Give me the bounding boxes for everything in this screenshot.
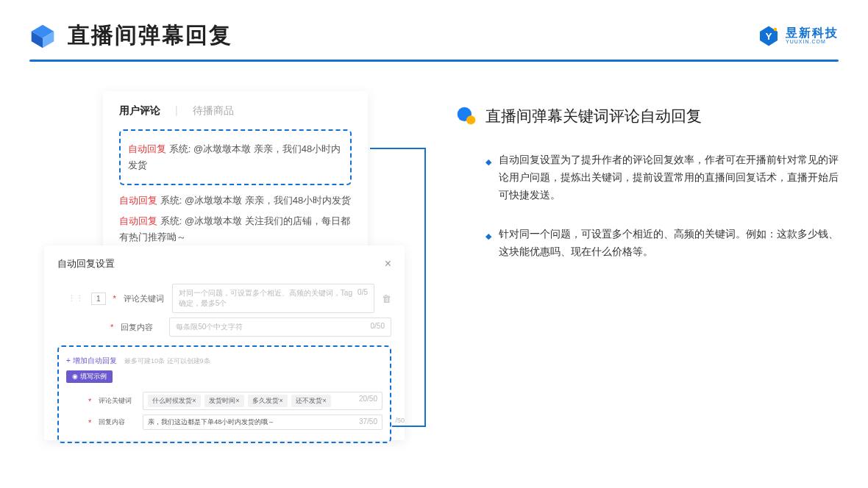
example-keyword-row: * 评论关键词 什么时候发货× 发货时间× 多久发货× 还不发货× 20/50 [66, 392, 383, 410]
tag-chip[interactable]: 什么时候发货× [148, 395, 200, 407]
cube-logo-icon [29, 23, 56, 49]
bullet-point: ◆ 自动回复设置为了提升作者的评论回复效率，作者可在开播前针对常见的评论用户问题… [456, 151, 839, 204]
brand-url: YUUXIN.COM [786, 39, 839, 44]
bullet-text: 针对同一个问题，可设置多个相近的、高频的关键词。例如：这款多少钱、这块能优惠吗、… [499, 226, 839, 261]
header-left: 直播间弹幕回复 [29, 21, 232, 51]
tab-separator: | [175, 104, 178, 118]
ex-content-text: 亲，我们这边都是下单48小时内发货的哦～ [148, 417, 274, 427]
keyword-input[interactable]: 对同一个问题，可设置多个相近、高频的关键词，Tag确定，最多5个 0/5 [172, 284, 374, 313]
tag-chip[interactable]: 还不发货× [291, 395, 330, 407]
char-count: 37/50 [359, 417, 377, 427]
page-header: 直播间弹幕回复 Y 昱新科技 YUUXIN.COM [0, 0, 868, 60]
page-title: 直播间弹幕回复 [68, 21, 232, 51]
sys-prefix: 系统: [160, 195, 182, 206]
main-content: 用户评论 | 待播商品 自动回复 系统: @冰墩墩本墩 亲亲，我们48小时内发货… [0, 62, 868, 283]
comment-item: 自动回复 系统: @冰墩墩本墩 亲亲，我们48小时内发货 [119, 193, 352, 209]
brand-icon: Y [758, 25, 780, 47]
tab-user-comments[interactable]: 用户评论 [119, 104, 160, 118]
side-count: /50 [395, 417, 405, 424]
required-star: * [88, 418, 91, 427]
example-content-row: * 回复内容 亲，我们这边都是下单48小时内发货的哦～ 37/50 [66, 415, 383, 430]
screenshot-column: 用户评论 | 待播商品 自动回复 系统: @冰墩墩本墩 亲亲，我们48小时内发货… [44, 91, 412, 283]
auto-reply-tag: 自动回复 [119, 195, 157, 206]
comment-item: 自动回复 系统: @冰墩墩本墩 关注我们的店铺，每日都有热门推荐呦～ [119, 213, 352, 245]
auto-reply-tag: 自动回复 [128, 143, 166, 154]
char-count: 20/50 [359, 395, 377, 407]
ex-keyword-label: 评论关键词 [99, 396, 135, 406]
setting-row-keyword: ⋮⋮ 1 * 评论关键词 对同一个问题，可设置多个相近、高频的关键词，Tag确定… [57, 284, 391, 313]
char-count: 0/50 [371, 322, 385, 332]
diamond-icon: ◆ [485, 151, 491, 204]
content-label: 回复内容 [121, 322, 162, 333]
required-star: * [113, 294, 116, 303]
svg-point-4 [774, 27, 778, 31]
connector-line [370, 148, 426, 149]
ex-content-input[interactable]: 亲，我们这边都是下单48小时内发货的哦～ 37/50 [143, 415, 383, 430]
add-auto-reply-link[interactable]: + 增加自动回复 [66, 356, 117, 365]
chat-bubble-icon [456, 106, 477, 126]
connector-line [392, 426, 426, 427]
tag-list: 什么时候发货× 发货时间× 多久发货× 还不发货× [148, 395, 332, 407]
diamond-icon: ◆ [485, 226, 491, 261]
ex-content-label: 回复内容 [99, 417, 135, 427]
connector-line [424, 148, 426, 427]
section-title: 直播间弹幕关键词评论自动回复 [485, 106, 702, 126]
description-column: 直播间弹幕关键词评论自动回复 ◆ 自动回复设置为了提升作者的评论回复效率，作者可… [456, 91, 839, 283]
auto-reply-settings-card: 自动回复设置 × ⋮⋮ 1 * 评论关键词 对同一个问题，可设置多个相近、高频的… [44, 245, 405, 440]
example-highlight-box: + 增加自动回复 最多可建10条 还可以创建9条 ◉ 填写示例 * 评论关键词 … [57, 345, 391, 443]
brand-name: 昱新科技 [786, 27, 839, 39]
comment-item: 自动回复 系统: @冰墩墩本墩 亲亲，我们48小时内发货 [128, 141, 343, 173]
brand-logo: Y 昱新科技 YUUXIN.COM [758, 25, 839, 47]
keyword-label: 评论关键词 [124, 293, 165, 304]
highlighted-auto-reply: 自动回复 系统: @冰墩墩本墩 亲亲，我们48小时内发货 [119, 129, 352, 185]
sys-prefix: 系统: [169, 143, 191, 154]
drag-handle-icon[interactable]: ⋮⋮ [68, 294, 84, 304]
ex-keyword-input[interactable]: 什么时候发货× 发货时间× 多久发货× 还不发货× 20/50 [143, 392, 383, 410]
comment-text: @冰墩墩本墩 亲亲，我们48小时内发货 [185, 195, 351, 206]
row-number: 1 [91, 293, 106, 305]
settings-title: 自动回复设置 [57, 257, 115, 270]
required-star: * [110, 323, 113, 331]
delete-icon[interactable]: 🗑 [382, 293, 391, 304]
setting-row-content: * 回复内容 每条限50个中文字符 0/50 [57, 317, 391, 337]
placeholder-text: 每条限50个中文字符 [176, 322, 243, 332]
comments-card: 用户评论 | 待播商品 自动回复 系统: @冰墩墩本墩 亲亲，我们48小时内发货… [103, 91, 368, 265]
placeholder-text: 对同一个问题，可设置多个相近、高频的关键词，Tag确定，最多5个 [179, 288, 357, 309]
bullet-text: 自动回复设置为了提升作者的评论回复效率，作者可在开播前针对常见的评论用户问题，提… [499, 151, 839, 204]
add-hint: 最多可建10条 还可以创建9条 [124, 357, 210, 365]
char-count: 0/5 [357, 288, 368, 309]
close-icon[interactable]: × [385, 257, 391, 270]
add-reply-row: + 增加自动回复 最多可建10条 还可以创建9条 [66, 353, 383, 366]
bullet-point: ◆ 针对同一个问题，可设置多个相近的、高频的关键词。例如：这款多少钱、这块能优惠… [456, 226, 839, 261]
required-star: * [88, 397, 91, 406]
auto-reply-tag: 自动回复 [119, 215, 157, 226]
tag-chip[interactable]: 多久发货× [248, 395, 287, 407]
svg-point-6 [466, 115, 475, 124]
svg-text:Y: Y [765, 31, 772, 42]
comment-tabs: 用户评论 | 待播商品 [119, 104, 352, 118]
tab-pending-goods[interactable]: 待播商品 [193, 104, 234, 118]
settings-header: 自动回复设置 × [57, 257, 391, 270]
content-input[interactable]: 每条限50个中文字符 0/50 [169, 317, 391, 337]
section-heading: 直播间弹幕关键词评论自动回复 [456, 106, 839, 126]
tag-chip[interactable]: 发货时间× [204, 395, 243, 407]
brand-text: 昱新科技 YUUXIN.COM [786, 27, 839, 44]
example-badge: ◉ 填写示例 [66, 370, 113, 383]
sys-prefix: 系统: [160, 215, 182, 226]
